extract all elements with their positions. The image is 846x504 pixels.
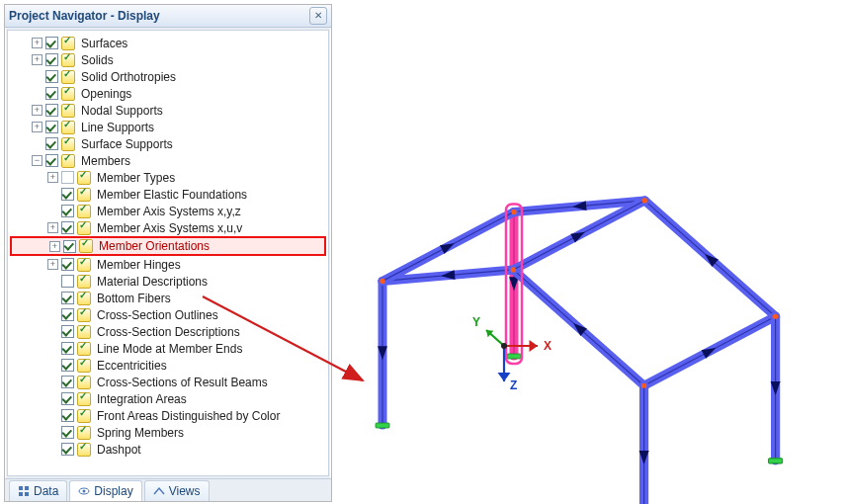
tree-row[interactable]: +Member Orientations [10, 236, 326, 256]
tree-row[interactable]: Cross-Sections of Result Beams [10, 374, 326, 390]
tree-row[interactable]: Surface Supports [10, 135, 326, 152]
category-icon [77, 171, 91, 185]
tree-row[interactable]: +Member Axis Systems x,u,v [10, 219, 326, 236]
checkbox[interactable] [45, 154, 58, 167]
tree-label: Cross-Section Outlines [95, 308, 220, 322]
tree-label: Bottom Fibers [95, 292, 173, 305]
checkbox[interactable] [61, 308, 74, 321]
expander-placeholder [47, 410, 58, 421]
expand-icon[interactable]: + [32, 38, 42, 48]
checkbox[interactable] [61, 409, 74, 422]
tree-row[interactable]: +Member Types [10, 169, 326, 186]
checkbox[interactable] [61, 171, 74, 184]
category-icon [77, 205, 91, 218]
checkbox[interactable] [61, 258, 74, 271]
tree-label: Solid Orthotropies [79, 70, 178, 84]
category-icon [61, 70, 75, 84]
tree-row[interactable]: −Members [10, 152, 326, 169]
checkbox[interactable] [61, 376, 74, 388]
category-icon [61, 154, 75, 168]
expand-icon[interactable]: + [32, 122, 42, 132]
category-icon [77, 376, 91, 389]
tree-row[interactable]: Material Descriptions [10, 273, 326, 290]
tree-row[interactable]: Integration Areas [10, 390, 326, 407]
expand-icon[interactable]: + [32, 105, 42, 116]
category-icon [77, 359, 91, 373]
tree-label: Member Types [95, 171, 177, 185]
category-icon [77, 409, 91, 423]
close-button[interactable]: ✕ [309, 7, 327, 25]
data-tab-icon [18, 485, 30, 497]
tree-row[interactable]: Spring Members [10, 424, 326, 441]
tab-bar: DataDisplayViews [5, 478, 331, 501]
checkbox[interactable] [61, 292, 74, 304]
tree-row[interactable]: +Line Supports [10, 119, 326, 135]
expand-icon[interactable]: + [47, 222, 58, 233]
checkbox[interactable] [63, 240, 76, 253]
tree-row[interactable]: +Nodal Supports [10, 102, 326, 119]
expander-placeholder [47, 393, 58, 404]
tree-row[interactable]: +Surfaces [10, 35, 326, 51]
expander-placeholder [47, 206, 58, 216]
tree-label: Member Axis Systems x,y,z [95, 205, 243, 218]
checkbox[interactable] [45, 137, 58, 150]
checkbox[interactable] [61, 359, 74, 372]
checkbox[interactable] [45, 121, 58, 133]
collapse-icon[interactable]: − [32, 155, 42, 166]
checkbox[interactable] [45, 53, 58, 66]
svg-point-5 [83, 490, 86, 493]
checkbox[interactable] [61, 342, 74, 355]
tree-label: Member Axis Systems x,u,v [95, 221, 244, 235]
tree-label: Spring Members [95, 426, 186, 440]
category-icon [77, 443, 91, 457]
expand-icon[interactable]: + [32, 54, 42, 65]
svg-rect-36 [769, 459, 783, 463]
checkbox[interactable] [61, 275, 74, 288]
expand-icon[interactable]: + [47, 259, 58, 270]
checkbox[interactable] [61, 205, 74, 217]
tree-row[interactable]: Solid Orthotropies [10, 68, 326, 85]
checkbox[interactable] [61, 325, 74, 338]
navigator-panel: Project Navigator - Display ✕ +Surfaces+… [4, 4, 332, 502]
svg-rect-2 [19, 492, 23, 496]
tab-display[interactable]: Display [69, 480, 141, 501]
tree-row[interactable]: Cross-Section Outlines [10, 306, 326, 323]
tree-label: Member Elastic Foundations [95, 188, 249, 202]
expander-placeholder [47, 293, 58, 303]
tree-row[interactable]: Eccentricities [10, 357, 326, 374]
tree-row[interactable]: +Member Hinges [10, 256, 326, 273]
tree-label: Line Mode at Member Ends [95, 342, 244, 356]
tab-label: Data [34, 484, 58, 498]
checkbox[interactable] [61, 443, 74, 456]
tree-scroll[interactable]: +Surfaces+SolidsSolid OrthotropiesOpenin… [7, 30, 329, 476]
svg-rect-0 [19, 486, 23, 490]
tree-label: Cross-Sections of Result Beams [95, 376, 270, 389]
model-viewport[interactable]: XYZ [336, 0, 846, 504]
svg-text:X: X [544, 339, 551, 353]
checkbox[interactable] [45, 87, 58, 100]
expand-icon[interactable]: + [47, 172, 58, 183]
tree-row[interactable]: Dashpot [10, 441, 326, 458]
svg-point-51 [501, 343, 507, 349]
tab-data[interactable]: Data [9, 480, 67, 501]
checkbox[interactable] [45, 37, 58, 49]
tree-row[interactable]: Bottom Fibers [10, 290, 326, 306]
checkbox[interactable] [61, 188, 74, 201]
checkbox[interactable] [61, 426, 74, 439]
tree-row[interactable]: Front Areas Distinguished by Color [10, 407, 326, 424]
tree-row[interactable]: Line Mode at Member Ends [10, 340, 326, 357]
checkbox[interactable] [45, 104, 58, 117]
tree-row[interactable]: Member Elastic Foundations [10, 186, 326, 203]
expand-icon[interactable]: + [49, 241, 60, 252]
tree-row[interactable]: +Solids [10, 51, 326, 68]
checkbox[interactable] [61, 221, 74, 234]
checkbox[interactable] [45, 70, 58, 83]
tab-views[interactable]: Views [144, 480, 210, 501]
tree-row[interactable]: Openings [10, 85, 326, 102]
svg-point-43 [511, 267, 516, 272]
checkbox[interactable] [61, 392, 74, 405]
tree-row[interactable]: Member Axis Systems x,y,z [10, 203, 326, 219]
tab-label: Display [94, 484, 132, 498]
tree-label: Integration Areas [95, 392, 189, 406]
tree-row[interactable]: Cross-Section Descriptions [10, 323, 326, 340]
